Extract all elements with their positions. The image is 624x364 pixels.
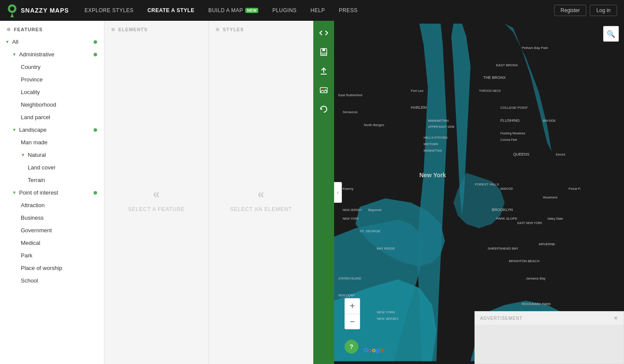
label-land-parcel: Land parcel	[21, 114, 97, 120]
advert-header: ADVERTISEMENT ✕	[475, 312, 624, 325]
svg-text:MIDTOWN: MIDTOWN	[424, 143, 439, 146]
advert-close-button[interactable]: ✕	[614, 315, 618, 321]
sidebar-item-government[interactable]: Government	[0, 224, 104, 237]
sidebar-item-neighborhood[interactable]: Neighborhood	[0, 98, 104, 111]
styles-circle	[216, 28, 219, 31]
sidebar-item-business[interactable]: Business	[0, 211, 104, 224]
sidebar-item-park[interactable]: Park	[0, 249, 104, 262]
svg-text:Fort Lee: Fort Lee	[411, 89, 424, 93]
arrow-administrative	[12, 52, 16, 57]
nav-explore[interactable]: EXPLORE STYLES	[78, 0, 140, 21]
map-search-button[interactable]: 🔍	[603, 26, 619, 42]
sidebar-item-province[interactable]: Province	[0, 73, 104, 86]
svg-text:UPPER EAST SIDE: UPPER EAST SIDE	[428, 125, 455, 128]
styles-header: STYLES	[209, 21, 313, 36]
label-government: Government	[21, 227, 97, 234]
nav-press[interactable]: PRESS	[332, 0, 364, 21]
styles-empty-text: SELECT AN ELEMENT	[230, 206, 292, 212]
sidebar-item-landscape[interactable]: Landscape	[0, 124, 104, 136]
arrow-natural	[21, 153, 25, 157]
zoom-in-button[interactable]: +	[344, 298, 360, 314]
refresh-icon	[319, 105, 328, 114]
svg-text:HELL'S KITCHEN: HELL'S KITCHEN	[424, 136, 448, 139]
sidebar-item-school[interactable]: School	[0, 274, 104, 287]
nav-build[interactable]: BUILD A MAP NEW	[202, 0, 266, 21]
advert-body	[475, 325, 624, 364]
nav-help[interactable]: HELP	[304, 0, 332, 21]
map-controls: + −	[344, 298, 360, 329]
svg-rect-7	[320, 88, 327, 93]
svg-text:INWOOD: INWOOD	[500, 187, 513, 190]
code-button[interactable]	[315, 24, 332, 42]
image-button[interactable]	[315, 81, 332, 99]
dot-landscape	[94, 128, 97, 132]
svg-text:New York: New York	[419, 172, 446, 179]
svg-text:ST. GEORGE: ST. GEORGE	[360, 229, 380, 233]
svg-text:Valley State: Valley State	[547, 217, 563, 221]
sidebar-item-locality[interactable]: Locality	[0, 86, 104, 98]
google-logo-text: G	[364, 347, 368, 354]
sidebar-item-poi[interactable]: Point of interest	[0, 186, 104, 199]
styles-empty: « SELECT AN ELEMENT	[209, 36, 313, 364]
svg-marker-2	[10, 13, 14, 17]
brand-name: SNAZZY MAPS	[21, 7, 69, 14]
svg-text:BRIGHTON BEACH: BRIGHTON BEACH	[509, 259, 540, 263]
help-icon: ?	[350, 343, 354, 350]
sidebar-item-medical[interactable]: Medical	[0, 237, 104, 249]
upload-button[interactable]	[315, 62, 332, 80]
sidebar-item-land-parcel[interactable]: Land parcel	[0, 111, 104, 124]
svg-text:NEW YORK: NEW YORK	[377, 310, 395, 314]
sidebar-item-terrain[interactable]: Terrain	[0, 174, 104, 186]
sidebar-item-man-made[interactable]: Man made	[0, 136, 104, 149]
label-country: Country	[21, 64, 97, 70]
sidebar-item-natural[interactable]: Natural	[0, 149, 104, 161]
svg-text:Kearny: Kearny	[343, 187, 354, 191]
svg-text:BAYSIDE: BAYSIDE	[543, 119, 556, 122]
sidebar-item-land-cover[interactable]: Land cover	[0, 161, 104, 174]
label-park: Park	[21, 252, 97, 259]
nav-create[interactable]: CREATE A STYLE	[140, 0, 202, 21]
save-button[interactable]	[315, 43, 332, 61]
nav-plugins[interactable]: PLUGINS	[265, 0, 303, 21]
arrow-poi	[12, 190, 16, 195]
svg-text:MANHATTAN: MANHATTAN	[428, 119, 448, 123]
styles-title: STYLES	[223, 27, 244, 32]
register-button[interactable]: Register	[554, 5, 587, 16]
svg-text:THE BRONX: THE BRONX	[483, 75, 506, 80]
brand-logo[interactable]: SNAZZY MAPS	[7, 3, 69, 17]
label-man-made: Man made	[21, 139, 97, 146]
svg-text:Jamaica Bay: Jamaica Bay	[526, 276, 546, 280]
svg-text:BAY RIDGE: BAY RIDGE	[377, 247, 395, 250]
elements-empty-text: SELECT A FEATURE	[128, 206, 185, 212]
sidebar-item-all[interactable]: All	[0, 36, 104, 48]
sidebar-item-administrative[interactable]: Administrative	[0, 48, 104, 61]
zoom-out-button[interactable]: −	[344, 314, 360, 329]
label-locality: Locality	[21, 89, 97, 95]
svg-text:EAST NEW YORK: EAST NEW YORK	[517, 221, 542, 224]
google-logo: Google	[364, 347, 384, 354]
refresh-button[interactable]	[315, 101, 332, 118]
logo-icon	[7, 3, 17, 17]
map-help-button[interactable]: ?	[344, 340, 358, 354]
label-natural: Natural	[28, 152, 97, 158]
sidebar-item-attraction[interactable]: Attraction	[0, 199, 104, 211]
elements-circle	[111, 28, 115, 31]
sidebar-item-country[interactable]: Country	[0, 61, 104, 73]
sidebar-item-place-of-worship[interactable]: Place of worship	[0, 262, 104, 274]
chevron-left-icon: «	[153, 187, 160, 201]
svg-text:COLLEGE POINT: COLLEGE POINT	[500, 106, 528, 110]
label-poi: Point of interest	[19, 189, 94, 196]
arrow-all	[5, 39, 10, 44]
svg-rect-5	[321, 52, 326, 55]
features-title: FEATURES	[14, 27, 42, 32]
svg-text:SHEEPSHEAD BAY: SHEEPSHEAD BAY	[488, 247, 519, 250]
features-header: FEATURES	[0, 21, 104, 36]
map-area[interactable]: HARLEM North Bergen Secaucus EAST BRONX …	[334, 21, 624, 364]
collapse-sidebar-button[interactable]: ‹	[334, 182, 342, 203]
svg-point-8	[322, 89, 323, 90]
label-land-cover: Land cover	[28, 164, 97, 171]
login-button[interactable]: Log in	[590, 5, 617, 16]
svg-text:Pelham Bay Park: Pelham Bay Park	[522, 46, 548, 50]
label-medical: Medical	[21, 240, 97, 246]
svg-text:Flushing Meadows: Flushing Meadows	[500, 132, 526, 135]
